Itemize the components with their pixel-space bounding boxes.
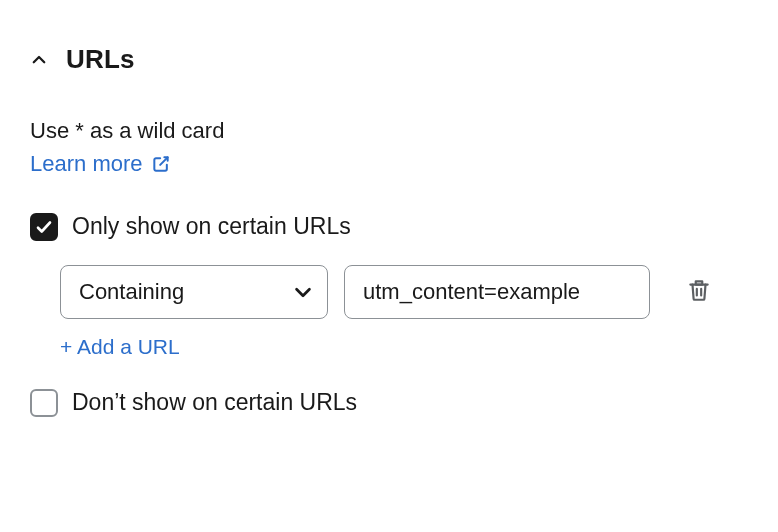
match-type-value: Containing bbox=[79, 279, 184, 305]
url-rule-row: Containing bbox=[60, 265, 748, 319]
add-url-link[interactable]: + Add a URL bbox=[60, 335, 180, 359]
delete-rule-button[interactable] bbox=[680, 273, 718, 311]
learn-more-link[interactable]: Learn more bbox=[30, 151, 171, 177]
only-show-rules: Containing + Add bbox=[30, 265, 748, 389]
url-value-input[interactable] bbox=[344, 265, 650, 319]
dont-show-option[interactable]: Don’t show on certain URLs bbox=[30, 389, 748, 417]
only-show-option[interactable]: Only show on certain URLs bbox=[30, 213, 748, 241]
match-type-select[interactable]: Containing bbox=[60, 265, 328, 319]
wildcard-hint: Use * as a wild card bbox=[30, 115, 748, 147]
external-link-icon bbox=[151, 154, 171, 174]
dont-show-label: Don’t show on certain URLs bbox=[72, 389, 357, 416]
trash-icon bbox=[686, 277, 712, 306]
only-show-checkbox[interactable] bbox=[30, 213, 58, 241]
section-title: URLs bbox=[66, 44, 135, 75]
chevron-up-icon bbox=[30, 51, 48, 69]
dont-show-checkbox[interactable] bbox=[30, 389, 58, 417]
only-show-label: Only show on certain URLs bbox=[72, 213, 351, 240]
learn-more-label: Learn more bbox=[30, 151, 143, 177]
section-header[interactable]: URLs bbox=[30, 44, 748, 75]
